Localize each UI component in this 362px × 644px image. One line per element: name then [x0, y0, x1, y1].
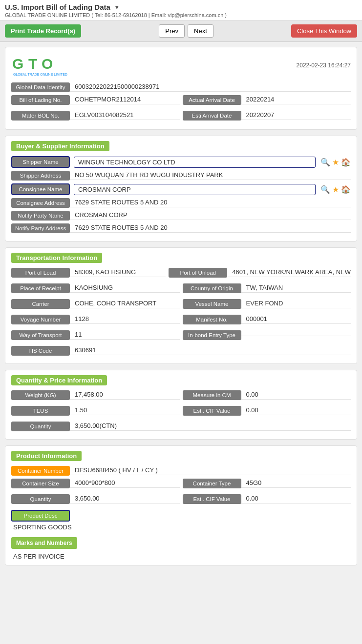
port-of-load-label: Port of Load	[11, 268, 70, 278]
header-card: G T O GLOBAL TRADE ONLINE LIMITED 2022-0…	[5, 47, 357, 130]
hs-code-row: HS Code 630691	[11, 346, 351, 356]
place-of-receipt-value: KAOHSIUNG	[70, 284, 180, 293]
svg-text:G: G	[12, 56, 23, 72]
product-title: Product Information	[11, 451, 82, 461]
shipper-address-row: Shipper Address NO 50 WUQUAN 7TH RD WUGU…	[11, 171, 351, 181]
product-quantity-value: 3,650.00	[70, 495, 180, 503]
country-of-origin-row: Country of Origin TW, TAIWAN	[183, 283, 351, 293]
top-bar: U.S. Import Bill of Lading Data ▾ GLOBAL…	[0, 0, 362, 20]
notify-party-address-value: 7629 STATE ROUTES 5 AND 20	[70, 224, 351, 233]
weight-label: Weight (KG)	[11, 390, 70, 400]
container-size-value: 4000*900*800	[70, 479, 180, 488]
inbond-entry-value	[241, 335, 351, 336]
container-type-value: 45G0	[241, 479, 351, 488]
notify-party-address-row: Notify Party Address 7629 STATE ROUTES 5…	[11, 223, 351, 233]
consignee-address-label: Consignee Address	[11, 198, 70, 208]
product-esti-cif-value: 0.00	[241, 495, 351, 503]
inbond-entry-label: In-bond Entry Type	[183, 330, 241, 340]
shipper-name-value: WINGUN TECHNOLOGY CO LTD	[74, 157, 316, 168]
marks-value: AS PER INVOICE	[11, 553, 351, 560]
timestamp: 2022-02-23 16:24:27	[297, 62, 351, 69]
notify-party-address-label: Notify Party Address	[11, 223, 70, 233]
consignee-name-row: Consignee Name CROSMAN CORP 🔍 ★ 🏠	[11, 183, 351, 195]
product-desc-label: Product Desc	[11, 510, 70, 522]
quantity-label: Quantity	[11, 422, 70, 431]
esti-cif-label: Esti. CIF Value	[183, 406, 241, 416]
main-content: G T O GLOBAL TRADE ONLINE LIMITED 2022-0…	[0, 42, 362, 576]
shipper-address-value: NO 50 WUQUAN 7TH RD WUGU INDUSTRY PARK	[70, 171, 351, 180]
port-of-unload-value: 4601, NEW YORK/NEWARK AREA, NEW	[227, 268, 351, 277]
measure-value: 0.00	[241, 391, 351, 400]
carrier-label: Carrier	[11, 299, 70, 309]
company-logo: G T O GLOBAL TRADE ONLINE LIMITED	[11, 53, 70, 78]
notify-party-name-row: Notify Party Name CROSMAN CORP	[11, 211, 351, 221]
teus-row: TEUS 1.50	[11, 406, 180, 416]
bol-no-value: COHETPMOR2112014	[70, 96, 180, 104]
consignee-address-row: Consignee Address 7629 STATE ROUTES 5 AN…	[11, 198, 351, 208]
way-transport-value: 11	[70, 331, 180, 340]
next-button[interactable]: Next	[188, 24, 213, 38]
shipper-name-label: Shipper Name	[11, 156, 70, 168]
bol-no-label: Bill of Lading No.	[11, 95, 70, 105]
container-size-label: Container Size	[11, 479, 70, 488]
global-data-identity-label: Global Data Identity	[11, 82, 70, 92]
container-number-label: Container Number	[11, 466, 70, 476]
toolbar: Print Trade Record(s) Prev Next Close Th…	[0, 20, 362, 42]
dropdown-arrow-icon[interactable]: ▾	[115, 4, 118, 11]
teus-value: 1.50	[70, 406, 180, 415]
voyage-number-label: Voyage Number	[11, 315, 70, 324]
consignee-home-icon[interactable]: 🏠	[341, 185, 351, 194]
hs-code-label: HS Code	[11, 346, 70, 356]
manifest-no-row: Manifest No. 000001	[183, 315, 351, 324]
country-of-origin-value: TW, TAIWAN	[241, 284, 351, 293]
esti-cif-row: Esti. CIF Value 0.00	[183, 406, 351, 416]
vessel-name-label: Vessel Name	[183, 299, 241, 309]
page-title: U.S. Import Bill of Lading Data ▾	[5, 3, 357, 11]
shipper-home-icon[interactable]: 🏠	[341, 158, 351, 167]
inbond-entry-row: In-bond Entry Type	[183, 330, 351, 340]
product-quantity-label: Quantity	[11, 494, 70, 504]
weight-row: Weight (KG) 17,458.00	[11, 390, 180, 400]
print-button[interactable]: Print Trade Record(s)	[5, 24, 81, 38]
container-type-label: Container Type	[183, 479, 241, 488]
port-of-load-value: 58309, KAO HSIUNG	[70, 268, 166, 277]
shipper-name-row: Shipper Name WINGUN TECHNOLOGY CO LTD 🔍 …	[11, 156, 351, 168]
transportation-title: Transportation Information	[11, 253, 102, 263]
product-esti-cif-row: Esti. CIF Value 0.00	[183, 494, 351, 504]
quantity-price-title: Quantity & Price Information	[11, 375, 107, 385]
consignee-search-icon[interactable]: 🔍	[320, 185, 330, 194]
notify-party-name-label: Notify Party Name	[11, 211, 70, 221]
close-button[interactable]: Close This Window	[291, 24, 357, 38]
product-quantity-row: Quantity 3,650.00	[11, 494, 180, 504]
notify-party-name-value: CROSMAN CORP	[70, 211, 351, 220]
consignee-star-icon[interactable]: ★	[332, 185, 339, 194]
weight-value: 17,458.00	[70, 391, 180, 400]
place-of-receipt-row: Place of Receipt KAOHSIUNG	[11, 283, 180, 293]
way-transport-row: Way of Transport 11	[11, 330, 180, 340]
product-desc-row: Product Desc	[11, 510, 351, 522]
svg-text:O: O	[42, 56, 53, 72]
master-bol-label: Mater BOL No.	[11, 111, 70, 121]
way-transport-label: Way of Transport	[11, 330, 70, 340]
shipper-search-icon[interactable]: 🔍	[320, 158, 330, 167]
manifest-no-label: Manifest No.	[183, 315, 241, 324]
global-data-identity-row: Global Data Identity 6003202202215000002…	[11, 82, 351, 92]
actual-arrival-row: Actual Arrival Date 20220214	[183, 95, 351, 105]
vessel-name-value: EVER FOND	[241, 300, 351, 308]
port-of-load-row: Port of Load 58309, KAO HSIUNG	[11, 268, 166, 278]
esti-arrival-label: Esti Arrival Date	[183, 111, 241, 121]
buyer-supplier-title: Buyer & Supplier Information	[11, 141, 109, 151]
svg-text:GLOBAL TRADE ONLINE LIMITED: GLOBAL TRADE ONLINE LIMITED	[13, 73, 67, 76]
quantity-row: Quantity 3,650.00(CTN)	[11, 422, 351, 431]
prev-button[interactable]: Prev	[159, 24, 185, 38]
teus-label: TEUS	[11, 406, 70, 416]
vessel-name-row: Vessel Name EVER FOND	[183, 299, 351, 309]
marks-label: Marks and Numbers	[11, 537, 77, 549]
shipper-star-icon[interactable]: ★	[332, 158, 339, 167]
voyage-number-row: Voyage Number 1128	[11, 315, 180, 324]
voyage-number-value: 1128	[70, 315, 180, 324]
global-data-identity-value: 600320220221500000238971	[70, 83, 351, 92]
esti-cif-value: 0.00	[241, 406, 351, 415]
master-bol-value: EGLV003104082521	[70, 111, 180, 120]
transportation-section: Transportation Information Port of Load …	[5, 247, 357, 364]
